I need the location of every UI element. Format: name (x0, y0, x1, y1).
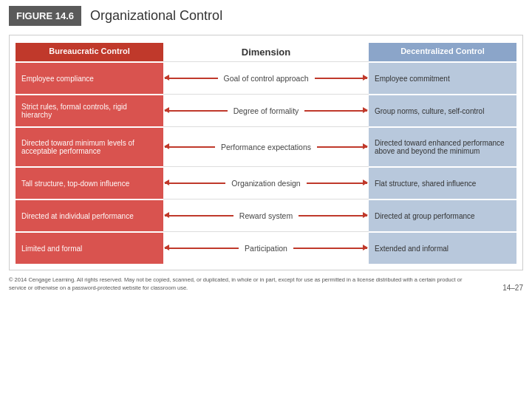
page-title: Organizational Control (90, 8, 222, 24)
row-mid-5: Reward system (163, 199, 369, 231)
arrow-left-3 (165, 146, 215, 148)
row-left-5: Directed at individual performance (16, 199, 163, 231)
row-mid-3: Performance expectations (163, 126, 369, 166)
row-right-3: Directed toward enhanced performance abo… (369, 126, 516, 166)
page-wrapper: FIGURE 14.6 Organizational Control Burea… (0, 0, 532, 292)
arrow-right-4 (307, 183, 367, 184)
footer-page: 14–27 (502, 284, 523, 292)
arrow-right-2 (304, 110, 367, 112)
arrow-right-5 (299, 215, 367, 216)
row-right-1: Employee commitment (369, 61, 516, 94)
row-left-3: Directed toward minimum levels of accept… (16, 126, 163, 166)
arrow-left-4 (165, 183, 225, 184)
figure-badge: FIGURE 14.6 (9, 6, 81, 26)
col-header-left: Bureaucratic Control (16, 43, 163, 61)
row-right-5: Directed at group performance (369, 199, 516, 231)
row-mid-4: Organization design (163, 166, 369, 199)
footer: © 2014 Cengage Learning. All rights rese… (9, 275, 523, 292)
col-header-right: Decentralized Control (369, 43, 516, 61)
arrow-left-6 (165, 248, 239, 249)
arrow-right-1 (315, 78, 368, 79)
col-header-mid: Dimension (163, 43, 369, 61)
arrow-right-6 (293, 248, 367, 249)
row-left-6: Limited and formal (16, 231, 163, 264)
row-right-6: Extended and informal (369, 231, 516, 264)
arrow-left-1 (165, 78, 218, 79)
row-right-2: Group norms, culture, self-control (369, 94, 516, 126)
arrow-left-5 (165, 215, 233, 216)
row-mid-1: Goal of control approach (163, 61, 369, 94)
page-header: FIGURE 14.6 Organizational Control (0, 0, 532, 32)
row-mid-6: Participation (163, 231, 369, 264)
row-left-2: Strict rules, formal controls, rigid hie… (16, 94, 163, 126)
row-left-4: Tall structure, top-down influence (16, 166, 163, 199)
arrow-right-3 (317, 146, 367, 148)
diagram-container: Bureaucratic Control Dimension Decentral… (9, 35, 523, 270)
row-left-1: Employee compliance (16, 61, 163, 94)
row-mid-2: Degree of formality (163, 94, 369, 126)
diagram-grid: Bureaucratic Control Dimension Decentral… (16, 43, 516, 264)
row-right-4: Flat structure, shared influence (369, 166, 516, 199)
arrow-left-2 (165, 110, 228, 112)
footer-copyright: © 2014 Cengage Learning. All rights rese… (9, 276, 467, 292)
